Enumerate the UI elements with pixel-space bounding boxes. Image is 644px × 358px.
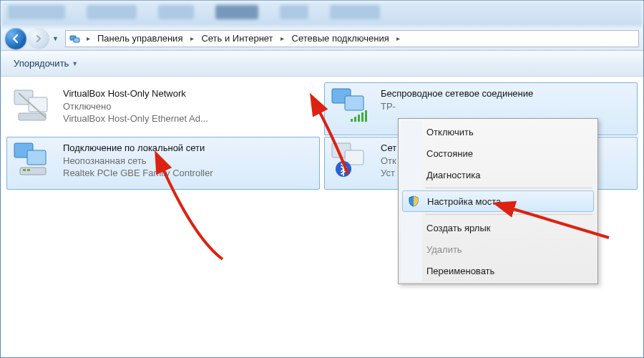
content-area: VirtualBox Host-Only Network Отключено V… (1, 77, 643, 357)
network-disabled-icon (11, 86, 57, 125)
chevron-right-icon[interactable]: ▸ (278, 34, 288, 42)
breadcrumb-control-panel[interactable]: Панель управления (93, 31, 187, 47)
network-wifi-icon (329, 86, 375, 125)
ctx-separator (425, 214, 592, 215)
chevron-right-icon[interactable]: ▸ (394, 34, 404, 42)
nav-history-dropdown[interactable]: ▼ (52, 35, 61, 42)
svg-rect-8 (351, 119, 353, 122)
connection-name: Сет (381, 142, 396, 155)
svg-rect-17 (27, 169, 30, 171)
svg-rect-10 (358, 115, 360, 122)
connection-status: Отключено (63, 100, 208, 113)
svg-rect-16 (23, 169, 26, 171)
svg-rect-1 (74, 38, 79, 42)
svg-rect-14 (27, 150, 46, 165)
connection-name: Подключение по локальной сети (63, 142, 213, 155)
connection-device: Realtek PCIe GBE Family Controller (63, 167, 213, 180)
ctx-delete[interactable]: Удалить (401, 238, 595, 260)
network-bluetooth-icon (329, 140, 375, 179)
breadcrumb-network-internet[interactable]: Сеть и Интернет (197, 31, 277, 47)
context-menu: Отключить Состояние Диагностика Настройк… (398, 118, 598, 284)
connection-item-selected[interactable]: Подключение по локальной сети Неопознанн… (6, 137, 320, 190)
connection-item[interactable]: VirtualBox Host-Only Network Отключено V… (6, 82, 320, 135)
svg-rect-11 (361, 112, 364, 122)
organize-label: Упорядочить (14, 58, 69, 69)
network-lan-icon (11, 140, 57, 179)
nav-forward-button[interactable] (28, 28, 49, 49)
ctx-separator (425, 188, 592, 188)
explorer-window: ▼ ▸ Панель управления ▸ Сеть и Интернет … (0, 0, 644, 358)
breadcrumb-network-connections[interactable]: Сетевые подключения (288, 31, 394, 47)
svg-rect-7 (345, 96, 364, 110)
svg-rect-9 (354, 117, 356, 122)
connection-device: TP- (381, 100, 533, 113)
ctx-status[interactable]: Состояние (401, 142, 595, 164)
connection-device: Уст (381, 167, 396, 180)
organize-button[interactable]: Упорядочить ▼ (8, 55, 84, 72)
connection-name: VirtualBox Host-Only Network (63, 87, 208, 100)
svg-rect-12 (365, 110, 367, 122)
ctx-disconnect[interactable]: Отключить (401, 121, 595, 142)
breadcrumb[interactable]: ▸ Панель управления ▸ Сеть и Интернет ▸ … (65, 30, 639, 47)
ctx-diagnose[interactable]: Диагностика (401, 164, 595, 185)
chevron-right-icon[interactable]: ▸ (83, 34, 93, 42)
connection-status: Отк (381, 155, 396, 168)
connection-device: VirtualBox Host-Only Ethernet Ad... (63, 112, 208, 125)
chevron-down-icon: ▼ (72, 60, 78, 67)
connection-name: Беспроводное сетевое соединение (381, 87, 533, 100)
navbar: ▼ ▸ Панель управления ▸ Сеть и Интернет … (1, 26, 643, 51)
titlebar (1, 1, 643, 26)
shield-icon (407, 195, 420, 208)
ctx-create-shortcut[interactable]: Создать ярлык (401, 217, 595, 238)
network-folder-icon (69, 32, 82, 45)
toolbar: Упорядочить ▼ (1, 51, 643, 77)
connection-status: Неопознанная сеть (63, 155, 213, 168)
ctx-bridge-connections[interactable]: Настройка моста (402, 190, 594, 212)
chevron-right-icon[interactable]: ▸ (187, 34, 197, 42)
ctx-rename[interactable]: Переименовать (401, 260, 595, 281)
nav-back-button[interactable] (5, 28, 26, 49)
